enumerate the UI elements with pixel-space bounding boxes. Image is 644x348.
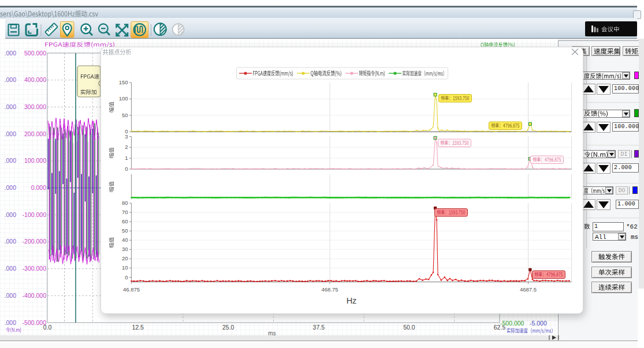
svg-text:300.000: 300.000 (24, 103, 46, 110)
svg-text:50: 50 (121, 227, 128, 234)
svg-text:25.0: 25.0 (222, 324, 234, 331)
svg-text:500.000: 500.000 (24, 50, 46, 57)
svg-text:-500.000: -500.000 (500, 320, 524, 327)
svg-text:-5.000: -5.000 (530, 320, 547, 327)
svg-text:ms: ms (268, 330, 276, 336)
svg-text:2: 2 (125, 144, 128, 150)
svg-text:Hz: Hz (346, 296, 356, 305)
svg-text:-300.000: -300.000 (23, 265, 47, 272)
svg-text:0.000: 0.000 (31, 184, 46, 191)
svg-text:-100.000: -100.000 (23, 211, 47, 218)
svg-text:30: 30 (121, 246, 128, 252)
svg-text:.000: .000 (5, 211, 17, 218)
svg-text:0: 0 (125, 166, 128, 172)
svg-text:37.5: 37.5 (313, 324, 325, 331)
svg-text:60: 60 (121, 218, 128, 224)
svg-text:1: 1 (125, 155, 128, 161)
svg-text:3: 3 (125, 133, 128, 140)
svg-text:10: 10 (121, 264, 128, 271)
svg-text:0.0: 0.0 (43, 324, 52, 331)
svg-text:-400.000: -400.000 (23, 292, 47, 299)
svg-text:100.000: 100.000 (24, 157, 46, 164)
svg-text:40: 40 (121, 237, 128, 243)
svg-text:-200.000: -200.000 (23, 238, 47, 245)
svg-text:46.875: 46.875 (122, 286, 139, 293)
svg-text:4687.5: 4687.5 (519, 286, 536, 293)
svg-text:100: 100 (118, 95, 128, 102)
svg-text:150: 150 (118, 79, 128, 85)
svg-text:12.5: 12.5 (132, 324, 144, 331)
svg-text:70: 70 (121, 209, 128, 215)
svg-text:20: 20 (121, 255, 128, 261)
svg-text:.000: .000 (5, 157, 17, 164)
svg-text:50.0: 50.0 (403, 324, 415, 331)
svg-text:.000: .000 (5, 103, 17, 110)
svg-text:.000: .000 (5, 184, 17, 191)
svg-text:.000: .000 (5, 292, 17, 299)
svg-text:50: 50 (121, 112, 128, 118)
svg-text:.000: .000 (5, 76, 17, 83)
svg-text:400.000: 400.000 (24, 76, 46, 83)
svg-text:.000: .000 (5, 265, 17, 272)
svg-text:0: 0 (125, 274, 128, 280)
svg-text:.000: .000 (5, 238, 17, 245)
svg-text:80: 80 (121, 200, 128, 206)
svg-text:.000: .000 (5, 130, 17, 137)
svg-text:.000: .000 (5, 319, 17, 326)
svg-text:.000: .000 (5, 50, 17, 57)
svg-text:200.000: 200.000 (24, 130, 46, 137)
svg-text:468.75: 468.75 (321, 286, 338, 293)
